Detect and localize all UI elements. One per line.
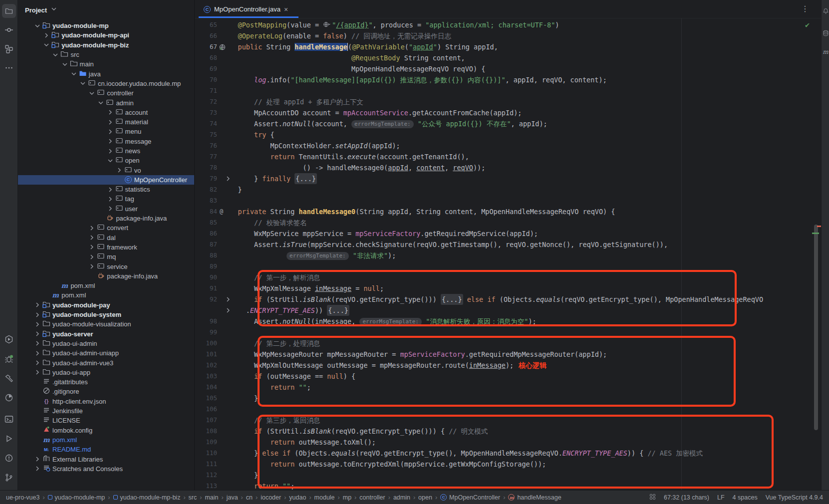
line-number[interactable]: 104 bbox=[195, 382, 217, 393]
line-number[interactable]: 92 bbox=[195, 294, 217, 305]
breadcrumb-admin[interactable]: admin bbox=[393, 494, 410, 501]
code-line-68[interactable]: 68 @RequestBody String content, bbox=[195, 52, 821, 63]
tree-item-admin[interactable]: admin bbox=[18, 98, 194, 107]
line-number[interactable]: 105 bbox=[195, 393, 217, 404]
line-number[interactable]: 98 bbox=[195, 316, 217, 327]
code-line-77[interactable]: 77 return TenantUtils.execute(account.ge… bbox=[195, 151, 821, 162]
database-tool-button[interactable] bbox=[822, 29, 829, 39]
line-number[interactable]: 70 bbox=[195, 74, 217, 85]
line-number[interactable]: 109 bbox=[195, 437, 217, 448]
problems-tool-button[interactable] bbox=[2, 451, 16, 465]
tree-item-menu[interactable]: menu bbox=[18, 127, 194, 136]
breadcrumb-yudao-module-mp[interactable]: yudao-module-mp bbox=[48, 494, 105, 501]
tab-mpopencontroller[interactable]: C MpOpenController.java × bbox=[199, 0, 293, 18]
chevron-down-icon[interactable] bbox=[60, 60, 69, 68]
code-line-88[interactable]: 88 errorMsgTemplate: "非法请求"); bbox=[195, 250, 821, 261]
tree-item-yudao-server[interactable]: yudao-server bbox=[18, 329, 194, 339]
line-number[interactable]: 102 bbox=[195, 360, 217, 371]
line-number[interactable]: 111 bbox=[195, 459, 217, 470]
line-number[interactable]: 71 bbox=[195, 85, 217, 96]
code-line-70[interactable]: 70 log.info("[handleMessage][appId({}) 推… bbox=[195, 74, 821, 85]
more-options-icon[interactable]: ⋮ bbox=[801, 4, 809, 13]
chevron-right-icon[interactable] bbox=[87, 253, 96, 261]
chevron-right-icon[interactable] bbox=[33, 320, 42, 328]
typescript-version[interactable]: Vue TypeScript 4.9.4 bbox=[766, 494, 823, 501]
code-line-74[interactable]: 74 Assert.notNull(account, errorMsgTempl… bbox=[195, 118, 821, 129]
maven-tool-button[interactable]: m bbox=[822, 47, 829, 57]
run-tool-button[interactable] bbox=[2, 432, 16, 446]
code-line-101[interactable]: 101 WxMpMessageRouter mpMessageRouter = … bbox=[195, 349, 821, 360]
line-number[interactable]: 74 bbox=[195, 118, 217, 129]
chevron-right-icon[interactable] bbox=[106, 137, 115, 145]
project-tool-button[interactable] bbox=[2, 4, 16, 18]
chevron-down-icon[interactable] bbox=[42, 41, 51, 49]
commit-tool-button[interactable] bbox=[2, 23, 16, 37]
code-line-85[interactable]: 85 // 校验请求签名 bbox=[195, 217, 821, 228]
tree-item-yudao-module-mp-api[interactable]: yudao-module-mp-api bbox=[18, 30, 194, 40]
code-line-76[interactable]: 76 MpContextHolder.setAppId(appId); bbox=[195, 140, 821, 151]
breadcrumb-open[interactable]: open bbox=[418, 494, 432, 501]
tree-item-vo[interactable]: vo bbox=[18, 165, 194, 175]
code-line-71[interactable]: 71 bbox=[195, 85, 821, 96]
code-line-112[interactable]: 112 } bbox=[195, 470, 821, 481]
code-line-79[interactable]: 79 } finally {...} bbox=[195, 173, 821, 184]
breadcrumb-module[interactable]: module bbox=[314, 494, 335, 501]
breadcrumb-src[interactable]: src bbox=[189, 494, 197, 501]
tree-item-main[interactable]: main bbox=[18, 59, 194, 69]
tree-item-statistics[interactable]: statistics bbox=[18, 185, 194, 194]
tree-item-yudao-module-visualization[interactable]: yudao-module-visualization bbox=[18, 319, 194, 329]
tree-item-cn-iocoder-yudao-module-mp[interactable]: cn.iocoder.yudao.module.mp bbox=[18, 79, 194, 88]
line-number[interactable]: 101 bbox=[195, 349, 217, 360]
breadcrumb-ue-pro-vue3[interactable]: ue-pro-vue3 bbox=[6, 494, 39, 501]
line-number[interactable]: 84 bbox=[195, 206, 217, 217]
tree-item-gitignore[interactable]: .gitignore bbox=[18, 387, 194, 396]
tree-item-pom-xml[interactable]: mpom.xml bbox=[18, 290, 194, 300]
tree-item-lombok-config[interactable]: lombok.config bbox=[18, 425, 194, 435]
code-line-105[interactable]: 105 } bbox=[195, 393, 821, 404]
breadcrumb-mp[interactable]: mp bbox=[343, 494, 351, 501]
breadcrumb-yudao[interactable]: yudao bbox=[289, 494, 306, 501]
code-line-110[interactable]: 110 } else if (Objects.equals(reqVO.getE… bbox=[195, 448, 821, 459]
tree-item-yudao-module-pay[interactable]: yudao-module-pay bbox=[18, 300, 194, 310]
chevron-right-icon[interactable] bbox=[33, 330, 42, 338]
code-line-100[interactable]: 100 // 第二步，处理消息 bbox=[195, 338, 821, 349]
line-number[interactable]: 76 bbox=[195, 140, 217, 151]
code-line-91[interactable]: 91 WxMpXmlMessage inMessage = null; bbox=[195, 283, 821, 294]
code-line-75[interactable]: 75 try { bbox=[195, 129, 821, 140]
tree-item-mpopencontroller[interactable]: CMpOpenController bbox=[18, 175, 194, 185]
tree-item-pom-xml[interactable]: mpom.xml bbox=[18, 281, 194, 290]
code-line-66[interactable]: 66 @OperateLog(enable = false) // 回调地址，无… bbox=[195, 30, 821, 41]
code-line-102[interactable]: 102 WxMpXmlOutMessage outMessage = mpMes… bbox=[195, 360, 821, 371]
tree-item-yudao-module-mp-biz[interactable]: yudao-module-mp-biz bbox=[18, 40, 194, 50]
line-number[interactable]: 90 bbox=[195, 272, 217, 283]
code-line-83[interactable]: 83 bbox=[195, 195, 821, 206]
tree-item-yudao-module-mp[interactable]: yudao-module-mp bbox=[18, 21, 194, 30]
code-line-103[interactable]: 103 if (outMessage == null) { bbox=[195, 371, 821, 382]
line-number[interactable]: 75 bbox=[195, 129, 217, 140]
code-line-78[interactable]: 78 () -> handleMessage0(appId, content, … bbox=[195, 162, 821, 173]
code-line-104[interactable]: 104 return ""; bbox=[195, 382, 821, 393]
code-line-65[interactable]: 65 @PostMapping(value = "/{appId}", prod… bbox=[195, 19, 821, 30]
chevron-right-icon[interactable] bbox=[106, 147, 115, 155]
tree-item-yudao-ui-admin[interactable]: yudao-ui-admin bbox=[18, 339, 194, 348]
close-icon[interactable]: × bbox=[284, 5, 288, 13]
tree-item-src[interactable]: src bbox=[18, 50, 194, 59]
inspections-ok-icon[interactable]: ✔ bbox=[805, 20, 810, 29]
tree-item-scratches-and-consoles[interactable]: Scratches and Consoles bbox=[18, 464, 194, 474]
line-number[interactable]: 73 bbox=[195, 107, 217, 118]
tree-item-jenkinsfile[interactable]: Jenkinsfile bbox=[18, 406, 194, 416]
breadcrumb-main[interactable]: main bbox=[205, 494, 218, 501]
indent-setting[interactable]: 4 spaces bbox=[733, 494, 758, 501]
tree-item-material[interactable]: material bbox=[18, 117, 194, 127]
breadcrumb-handlemessage[interactable]: mhandleMessage bbox=[508, 494, 561, 501]
editor-scrollbar[interactable] bbox=[814, 225, 818, 430]
tree-item-http-client-env-json[interactable]: {}http-client.env.json bbox=[18, 397, 194, 406]
tree-item-framework[interactable]: framework bbox=[18, 243, 194, 252]
chevron-down-icon[interactable] bbox=[69, 70, 78, 78]
chevron-right-icon[interactable] bbox=[33, 311, 42, 319]
chevron-right-icon[interactable] bbox=[115, 166, 124, 174]
chevron-down-icon[interactable] bbox=[78, 79, 87, 87]
chevron-right-icon[interactable] bbox=[42, 31, 51, 39]
line-number[interactable]: 65 bbox=[195, 19, 217, 30]
chevron-down-icon[interactable] bbox=[51, 51, 60, 59]
